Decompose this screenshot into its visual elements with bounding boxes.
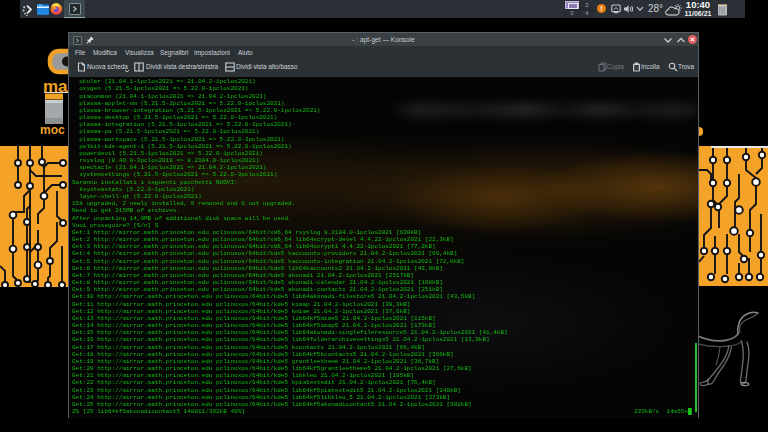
svg-text:ma: ma [43,77,68,96]
svg-text:moc: moc [40,123,65,137]
